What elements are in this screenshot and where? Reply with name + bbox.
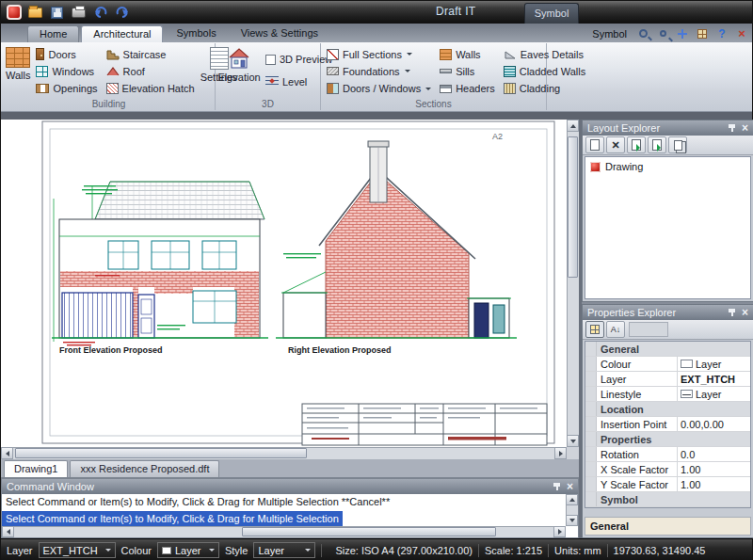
- category-symbol[interactable]: Symbol: [585, 492, 750, 507]
- scroll-right-button[interactable]: [553, 526, 566, 537]
- pin-icon[interactable]: [728, 308, 736, 317]
- doors-button[interactable]: Doors: [33, 46, 100, 62]
- section-walls-button[interactable]: Walls: [437, 46, 498, 62]
- tab-architectural[interactable]: Architectural: [81, 25, 163, 42]
- tab-home[interactable]: Home: [27, 25, 79, 42]
- command-window-caption[interactable]: Command Window ×: [2, 479, 578, 494]
- colour-dropdown[interactable]: Layer: [157, 542, 219, 558]
- layout-item-drawing[interactable]: Drawing: [588, 160, 747, 173]
- doc-tab-drawing1[interactable]: Drawing1: [4, 460, 68, 477]
- property-insertion-point[interactable]: Insertion Point0.00,0.00: [585, 417, 750, 432]
- alphabetical-sort-button[interactable]: A↓: [606, 321, 625, 338]
- tab-views-settings[interactable]: Views & Settings: [230, 25, 329, 42]
- doors-windows-button[interactable]: Doors / Windows: [324, 81, 434, 97]
- symbol-context-label[interactable]: Symbol: [592, 28, 627, 40]
- zoom-in-button[interactable]: [654, 25, 671, 41]
- close-icon[interactable]: ×: [742, 122, 748, 134]
- save-button[interactable]: [48, 4, 66, 21]
- canvas-horizontal-scrollbar[interactable]: [1, 447, 567, 459]
- headers-button[interactable]: Headers: [437, 81, 498, 97]
- front-elevation-label[interactable]: Front Elevation Proposed: [59, 345, 163, 355]
- app-menu-button[interactable]: [5, 4, 23, 21]
- doc-tab-residence[interactable]: xxx Residence Proposed.dft: [70, 460, 219, 477]
- export-layout-button[interactable]: [648, 136, 666, 153]
- close-document-button[interactable]: ×: [733, 25, 750, 41]
- sills-button[interactable]: Sills: [437, 63, 498, 79]
- building-column-2: Staircase Roof Elevation Hatch: [104, 45, 198, 97]
- scroll-left-button[interactable]: [1, 447, 13, 459]
- scroll-left-button[interactable]: [2, 526, 14, 537]
- canvas-vertical-scrollbar[interactable]: [567, 120, 579, 447]
- pan-button[interactable]: [674, 25, 691, 41]
- elevation-hatch-button[interactable]: Elevation Hatch: [104, 81, 198, 97]
- property-linestyle[interactable]: LinestyleLayer: [585, 387, 750, 402]
- eaves-details-button[interactable]: Eaves Details: [501, 46, 589, 62]
- pin-icon[interactable]: [553, 482, 561, 491]
- property-y-scale[interactable]: Y Scale Factor1.00: [585, 477, 750, 492]
- delete-layout-button[interactable]: ✕: [606, 136, 625, 153]
- roof-button[interactable]: Roof: [104, 63, 198, 79]
- right-elevation-label[interactable]: Right Elevation Proposed: [288, 345, 392, 355]
- command-prompt-line[interactable]: Select Command or Item(s) to Modify, Cli…: [2, 511, 343, 526]
- contextual-tab-symbol[interactable]: Symbol: [524, 3, 579, 24]
- undo-button[interactable]: [91, 4, 109, 21]
- categorized-view-button[interactable]: [585, 321, 604, 338]
- open-button[interactable]: [26, 4, 44, 21]
- layout-explorer-caption[interactable]: Layout Explorer ×: [583, 120, 753, 136]
- garage-door[interactable]: [62, 293, 133, 338]
- property-rotation[interactable]: Rotation0.0: [585, 447, 750, 462]
- categorized-icon: [590, 325, 600, 334]
- cladding-button[interactable]: Cladding: [501, 81, 589, 97]
- scroll-right-button[interactable]: [554, 447, 567, 459]
- staircase-button[interactable]: Staircase: [104, 46, 198, 62]
- front-door[interactable]: [138, 295, 154, 338]
- command-history[interactable]: Select Command or Item(s) to Modify, Cli…: [2, 494, 566, 526]
- properties-explorer-caption[interactable]: Properties Explorer ×: [583, 305, 753, 320]
- vertical-scroll-thumb[interactable]: [568, 136, 578, 278]
- close-icon[interactable]: ×: [567, 481, 573, 492]
- redo-button[interactable]: [113, 4, 131, 21]
- checkbox-icon[interactable]: [265, 55, 276, 65]
- property-layer[interactable]: LayerEXT_HTCH: [585, 372, 750, 387]
- category-properties[interactable]: Properties: [585, 432, 750, 447]
- tab-symbols[interactable]: Symbols: [165, 25, 227, 42]
- title-block[interactable]: [302, 404, 547, 445]
- openings-button[interactable]: Openings: [33, 81, 100, 97]
- copy-layout-button[interactable]: [668, 136, 687, 153]
- new-layout-button[interactable]: [585, 136, 604, 153]
- zoom-window-button[interactable]: [634, 25, 651, 41]
- category-general[interactable]: General: [585, 342, 750, 357]
- walls-button[interactable]: Walls: [6, 45, 30, 97]
- scroll-up-button[interactable]: [567, 120, 579, 132]
- horizontal-scroll-thumb[interactable]: [242, 527, 496, 536]
- foundations-button[interactable]: Foundations: [324, 63, 434, 79]
- zoom-window-icon: [639, 29, 648, 38]
- layout-list[interactable]: Drawing: [585, 156, 751, 299]
- horizontal-scroll-thumb[interactable]: [15, 448, 307, 458]
- drawing-canvas[interactable]: A2: [1, 120, 567, 447]
- full-sections-button[interactable]: Full Sections: [324, 46, 434, 62]
- pin-icon[interactable]: [728, 123, 736, 133]
- grid-settings-button[interactable]: [694, 25, 711, 41]
- category-location[interactable]: Location: [585, 402, 750, 417]
- scroll-down-button[interactable]: [567, 435, 579, 447]
- layer-dropdown[interactable]: EXT_HTCH: [39, 542, 116, 558]
- property-colour[interactable]: ColourLayer: [585, 357, 750, 372]
- scroll-down-button[interactable]: [566, 515, 578, 526]
- close-icon[interactable]: ×: [742, 307, 748, 318]
- scroll-up-button[interactable]: [566, 494, 578, 505]
- windows-button[interactable]: Windows: [33, 63, 100, 79]
- style-dropdown[interactable]: Layer: [253, 542, 315, 558]
- sections-column-1: Full Sections Foundations Doors / Window…: [324, 45, 434, 97]
- cad-drawing[interactable]: A2: [1, 120, 567, 447]
- command-vertical-scrollbar[interactable]: [566, 494, 578, 526]
- command-horizontal-scrollbar[interactable]: [2, 526, 566, 537]
- building-column-1: Doors Windows Openings: [33, 45, 100, 97]
- property-x-scale[interactable]: X Scale Factor1.00: [585, 462, 750, 477]
- elevation-button[interactable]: Elevation: [218, 45, 260, 97]
- print-button[interactable]: [70, 4, 88, 21]
- cladded-walls-button[interactable]: Cladded Walls: [501, 63, 589, 79]
- import-layout-button[interactable]: [627, 136, 646, 153]
- dropdown-arrow-icon: [305, 549, 311, 552]
- help-button[interactable]: ?: [713, 25, 730, 41]
